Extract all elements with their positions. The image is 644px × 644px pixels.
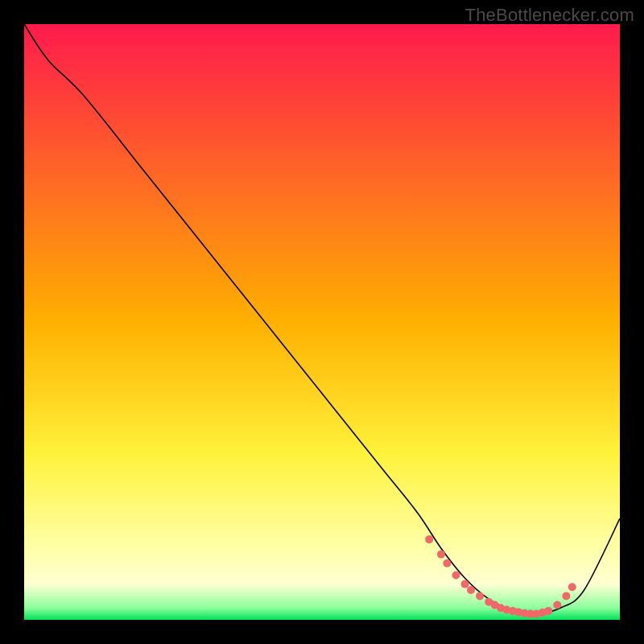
chart-marker bbox=[562, 592, 570, 600]
chart-marker bbox=[437, 551, 445, 559]
bottleneck-chart bbox=[0, 0, 644, 644]
plot-background bbox=[24, 24, 620, 620]
chart-marker bbox=[443, 559, 451, 568]
chart-marker bbox=[467, 586, 475, 594]
chart-marker bbox=[425, 535, 433, 543]
chart-marker bbox=[553, 601, 561, 609]
chart-marker bbox=[544, 607, 552, 615]
chart-marker bbox=[452, 572, 460, 580]
chart-container: TheBottlenecker.com bbox=[0, 0, 644, 644]
watermark-label: TheBottlenecker.com bbox=[465, 5, 634, 26]
chart-marker bbox=[568, 583, 576, 591]
chart-marker bbox=[476, 592, 484, 600]
chart-marker bbox=[461, 580, 469, 588]
